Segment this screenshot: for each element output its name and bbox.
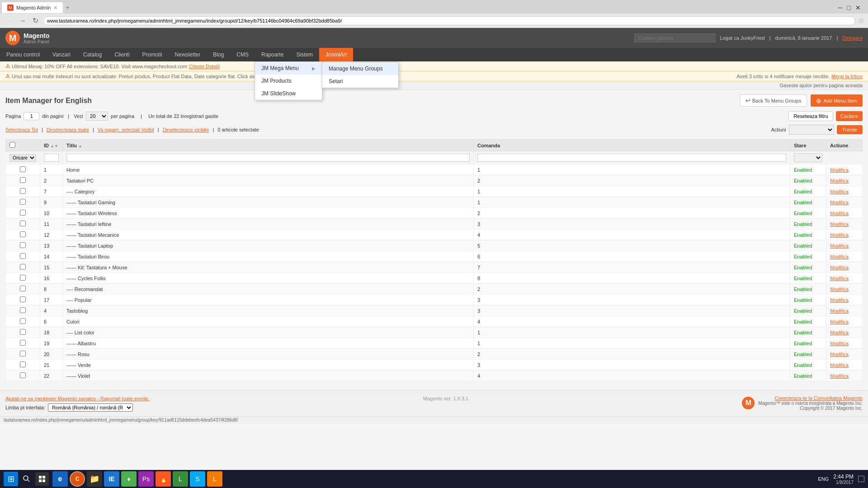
- modifica-link[interactable]: Modifica: [830, 200, 849, 205]
- trimite-button[interactable]: Trimite: [837, 125, 863, 134]
- tab-close-button[interactable]: ✕: [53, 5, 57, 11]
- row-checkbox[interactable]: [20, 188, 26, 194]
- modifica-link[interactable]: Modifica: [830, 373, 849, 379]
- modifica-link[interactable]: Modifica: [830, 341, 849, 346]
- row-checkbox[interactable]: [20, 351, 26, 357]
- refresh-button[interactable]: ↻: [31, 15, 40, 26]
- help-link[interactable]: Ajutati-ne sa mentinem Magento sanatos -…: [5, 396, 150, 401]
- row-checkbox[interactable]: [20, 296, 26, 302]
- reset-filter-button[interactable]: Reseteaza filtru: [788, 111, 833, 121]
- modifica-link[interactable]: Modifica: [830, 211, 849, 216]
- minimize-button[interactable]: ─: [836, 4, 844, 11]
- th-stare[interactable]: Stare: [790, 140, 826, 151]
- th-comanda[interactable]: Comanda: [474, 140, 790, 151]
- row-checkbox[interactable]: [20, 275, 26, 281]
- modifica-link[interactable]: Modifica: [830, 178, 849, 183]
- row-checkbox[interactable]: [20, 264, 26, 270]
- filter-id-input[interactable]: [44, 154, 59, 162]
- delogare-link[interactable]: Delogare: [842, 35, 863, 41]
- filter-titlu-input[interactable]: [66, 154, 470, 162]
- modifica-link[interactable]: Modifica: [830, 297, 849, 303]
- row-checkbox[interactable]: [20, 231, 26, 237]
- nav-joomlart[interactable]: JoomlArt: [319, 48, 353, 61]
- cautare-button[interactable]: Cautare: [836, 111, 863, 121]
- row-stare: Enabled: [790, 197, 826, 208]
- modifica-link[interactable]: Modifica: [830, 254, 849, 259]
- row-checkbox[interactable]: [20, 361, 26, 367]
- forward-button[interactable]: →: [17, 16, 28, 26]
- manage-menu-groups-item[interactable]: Manage Menu Groups: [322, 62, 398, 75]
- community-link[interactable]: Conecteaza-te la Comunitatea Magento: [758, 395, 863, 401]
- row-checkbox[interactable]: [20, 242, 26, 248]
- modifica-link[interactable]: Modifica: [830, 221, 849, 227]
- modifica-link[interactable]: Modifica: [830, 265, 849, 270]
- nav-clienti[interactable]: Clienti: [108, 48, 136, 61]
- filter-stare-select[interactable]: Enabled Disabled: [794, 153, 822, 162]
- modifica-link[interactable]: Modifica: [830, 286, 849, 292]
- modifica-link[interactable]: Modifica: [830, 232, 849, 238]
- modifica-link[interactable]: Modifica: [830, 243, 849, 249]
- jm-products-item[interactable]: JM Products: [255, 75, 322, 87]
- nav-vanzari[interactable]: Vanzari: [46, 48, 77, 61]
- th-id[interactable]: ID ▲▼: [40, 140, 63, 151]
- row-checkbox[interactable]: [20, 199, 26, 205]
- add-menu-item-button[interactable]: ⊕ Add Menu Item: [811, 94, 863, 107]
- jm-mega-menu-item[interactable]: JM Mega Menu ▶: [255, 62, 322, 75]
- row-checkbox[interactable]: [20, 210, 26, 216]
- modifica-link[interactable]: Modifica: [830, 308, 849, 314]
- row-checkbox[interactable]: [20, 177, 26, 183]
- select-all-checkbox[interactable]: [9, 142, 15, 148]
- close-window-button[interactable]: ✕: [854, 4, 863, 11]
- active-tab[interactable]: M Magento Admin ✕: [2, 2, 63, 13]
- row-titlu: ------ Verde: [63, 360, 474, 371]
- back-button[interactable]: ←: [4, 16, 14, 26]
- oricare-select[interactable]: Oricare: [9, 154, 36, 162]
- row-checkbox[interactable]: [20, 372, 26, 378]
- row-checkbox[interactable]: [20, 340, 26, 346]
- modifica-link[interactable]: Modifica: [830, 319, 849, 324]
- row-stare: Enabled: [790, 262, 826, 273]
- inbox-link[interactable]: Mergi la Inbox: [831, 74, 863, 79]
- nav-blog[interactable]: Blog: [207, 48, 230, 61]
- actiuni-select[interactable]: Stergere: [789, 125, 834, 135]
- modifica-link[interactable]: Modifica: [830, 276, 849, 281]
- filter-comanda-input[interactable]: [477, 154, 786, 162]
- modifica-link[interactable]: Modifica: [830, 362, 849, 368]
- restore-button[interactable]: □: [845, 4, 853, 11]
- lang-select[interactable]: Română (România) / română (R: [48, 404, 133, 412]
- new-tab-button[interactable]: +: [63, 2, 72, 14]
- nav-catalog[interactable]: Catalog: [77, 48, 108, 61]
- url-input[interactable]: [43, 16, 855, 25]
- setari-item[interactable]: Setari: [322, 75, 398, 88]
- deselecteaza-vizibile-link[interactable]: Deselecteaza vizibile: [163, 127, 209, 132]
- va-rugam-link[interactable]: Va rugam, selectati Vizibil: [98, 127, 154, 132]
- row-checkbox[interactable]: [20, 286, 26, 291]
- modifica-link[interactable]: Modifica: [830, 167, 849, 173]
- per-page-select[interactable]: 20 10 30 50 100: [86, 112, 108, 121]
- row-checkbox[interactable]: [20, 307, 26, 313]
- deselecteaza-toate-link[interactable]: Deselecteaza toate: [47, 127, 89, 132]
- nav-sistem[interactable]: Sistem: [290, 48, 319, 61]
- global-search-input[interactable]: [634, 33, 716, 42]
- row-checkbox[interactable]: [20, 221, 26, 226]
- bookmark-icon[interactable]: ☆: [858, 16, 864, 25]
- jm-slideshow-item[interactable]: JM SlideShow: [255, 87, 322, 100]
- row-checkbox-cell: [6, 349, 40, 360]
- th-titlu[interactable]: Titlu ▲: [63, 140, 474, 151]
- modifica-link[interactable]: Modifica: [830, 330, 849, 335]
- selecteaza-tot-link[interactable]: Selecteaza Tot: [5, 127, 38, 132]
- row-checkbox[interactable]: [20, 329, 26, 335]
- nav-panou-control[interactable]: Panou control: [0, 48, 46, 61]
- row-checkbox[interactable]: [20, 318, 26, 324]
- modifica-link[interactable]: Modifica: [830, 189, 849, 194]
- modifica-link[interactable]: Modifica: [830, 352, 849, 357]
- nav-promotii[interactable]: Promotii: [136, 48, 169, 61]
- nav-rapoarte[interactable]: Rapoarte: [255, 48, 290, 61]
- row-checkbox[interactable]: [20, 166, 26, 172]
- nav-newsletter[interactable]: Newsletter: [169, 48, 207, 61]
- nav-cms[interactable]: CMS: [230, 48, 255, 61]
- notif-link-1[interactable]: Citeste Detalii: [189, 64, 220, 69]
- page-number-input[interactable]: [24, 112, 39, 120]
- row-checkbox[interactable]: [20, 253, 26, 259]
- back-to-menu-groups-button[interactable]: ↩ Back To Menu Groups: [740, 94, 807, 107]
